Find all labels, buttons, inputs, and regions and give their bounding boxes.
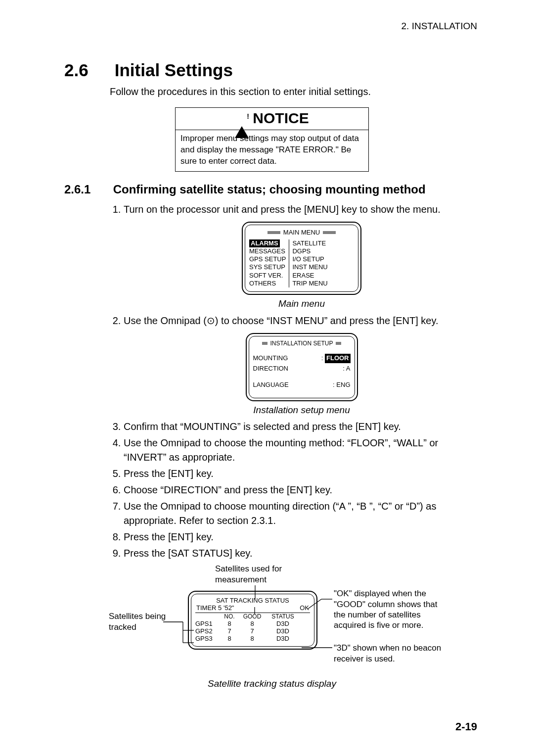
notice-body: Improper menu settings may stop output o…	[176, 130, 368, 171]
row-name: GPS1	[195, 620, 220, 627]
col-status: STATUS	[266, 613, 300, 620]
notice-heading: NOTICE	[176, 108, 368, 130]
step-item: Press the [ENT] key.	[124, 467, 480, 481]
step-item: Turn on the processor unit and press the…	[124, 202, 480, 311]
menu-item: SATELLITE	[292, 239, 327, 247]
menu-item: DGPS	[292, 247, 327, 255]
menu-item: INST MENU	[292, 263, 327, 271]
subsection-title-text: Confirming satellite status; choosing mo…	[113, 183, 426, 196]
section-number: 2.6	[64, 60, 110, 80]
title-bar-icon	[323, 231, 336, 234]
sat-tracking-screen: SAT TRACKING STATUS TIMER 5 '52" OK NO. …	[188, 591, 317, 650]
row-good: 7	[239, 627, 266, 635]
step-item: Use the Omnipad to choose mounting direc…	[124, 499, 480, 528]
sat-row: GPS3 8 8 D3D	[195, 635, 310, 642]
sat-tracking-figure: Satellites used for measurement Satellit…	[114, 564, 430, 677]
page-number: 2-19	[455, 720, 477, 733]
menu-item: I/O SETUP	[292, 255, 327, 263]
chapter-header: 2. INSTALLATION	[401, 21, 477, 32]
setup-label: DIRECTION	[253, 364, 289, 374]
menu-item: MESSAGES	[249, 247, 286, 255]
title-bar-icon	[336, 342, 341, 345]
row-good: 8	[239, 620, 266, 627]
step-text: Use the Omnipad (⊙) to choose “INST MENU…	[124, 315, 438, 326]
notice-heading-text: NOTICE	[253, 110, 309, 127]
main-menu-screen: MAIN MENU ALARMS MESSAGES GPS SETUP SYS …	[242, 222, 361, 295]
row-status: D3D	[266, 620, 300, 627]
annotation-right-ok: "OK" displayed when the "GOOD" column sh…	[334, 588, 447, 630]
row-no: 7	[220, 627, 239, 635]
timer-value: 5 '52"	[218, 604, 234, 612]
title-bar-icon	[262, 342, 267, 345]
step-text: Turn on the processor unit and press the…	[124, 204, 441, 215]
install-setup-screen: INSTALLATION SETUP MOUNTING : FLOOR DIRE…	[246, 333, 358, 401]
step-item: Choose “DIRECTION” and press the [ENT] k…	[124, 483, 480, 497]
setup-value: : ENG	[333, 380, 350, 390]
ok-indicator: OK	[300, 604, 309, 612]
step-item: Press the [SAT STATUS] key.	[124, 546, 480, 561]
notice-box: NOTICE Improper menu settings may stop o…	[175, 107, 369, 172]
step-item: Confirm that “MOUNTING” is selected and …	[124, 420, 480, 434]
setup-label: MOUNTING	[253, 354, 288, 363]
col-good: GOOD	[239, 613, 266, 620]
figure-caption: Main menu	[124, 297, 480, 311]
menu-item: SYS SETUP	[249, 263, 286, 271]
row-name: GPS3	[195, 635, 220, 642]
main-menu-title: MAIN MENU	[283, 228, 320, 237]
figure-caption: Installation setup menu	[124, 403, 480, 417]
row-name: GPS2	[195, 627, 220, 635]
row-status: D3D	[266, 635, 300, 642]
step-item: Press the [ENT] key.	[124, 530, 480, 544]
section-heading: 2.6 Initial Settings	[64, 60, 480, 80]
annotation-top: Satellites used for measurement	[215, 564, 314, 585]
subsection-number: 2.6.1	[64, 183, 110, 196]
title-bar-icon	[267, 231, 280, 234]
setup-value-floor: FLOOR	[325, 354, 351, 363]
row-status: D3D	[266, 627, 300, 635]
menu-item: GPS SETUP	[249, 255, 286, 263]
timer-label: TIMER	[196, 604, 216, 612]
col-no: NO.	[220, 613, 239, 620]
setup-value: : A	[343, 364, 350, 374]
annotation-left: Satellites being tracked	[109, 611, 173, 632]
sat-row: GPS1 8 8 D3D	[195, 620, 310, 627]
install-setup-title: INSTALLATION SETUP	[270, 339, 333, 348]
figure-caption: Satellite tracking status display	[64, 678, 480, 689]
menu-item: OTHERS	[249, 280, 286, 287]
menu-item: TRIP MENU	[292, 280, 327, 287]
annotation-right-3d: "3D" shown when no beacon receiver is us…	[334, 643, 447, 664]
sat-row: GPS2 7 7 D3D	[195, 627, 310, 635]
menu-item: ERASE	[292, 272, 327, 280]
section-title-text: Initial Settings	[115, 60, 233, 80]
menu-item-alarms: ALARMS	[249, 239, 280, 247]
menu-item: SOFT VER.	[249, 272, 286, 280]
step-item: Use the Omnipad to choose the mounting m…	[124, 436, 480, 465]
row-good: 8	[239, 635, 266, 642]
step-item: Use the Omnipad (⊙) to choose “INST MENU…	[124, 314, 480, 417]
row-no: 8	[220, 620, 239, 627]
procedure-list: Turn on the processor unit and press the…	[110, 202, 480, 561]
setup-label: LANGUAGE	[253, 380, 289, 390]
row-no: 8	[220, 635, 239, 642]
section-intro: Follow the procedures in this section to…	[110, 86, 480, 97]
sat-title: SAT TRACKING STATUS	[195, 597, 310, 604]
subsection-heading: 2.6.1 Confirming satellite status; choos…	[64, 183, 480, 196]
